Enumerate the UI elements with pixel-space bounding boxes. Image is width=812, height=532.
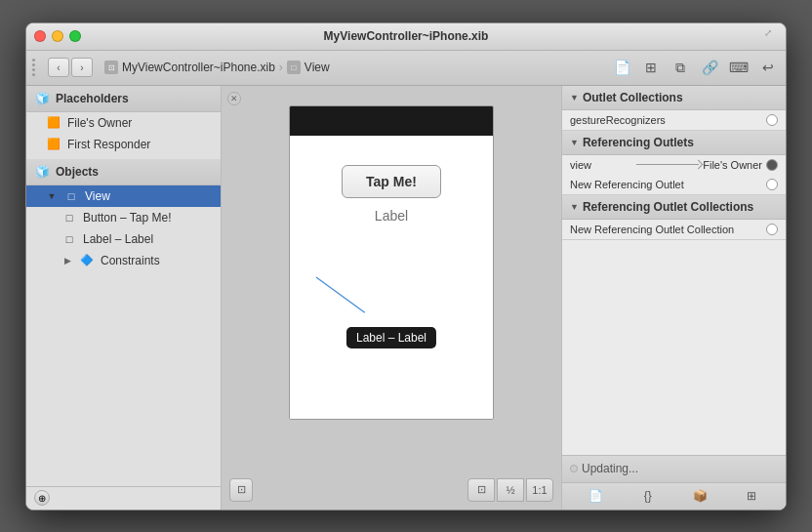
constraints-item[interactable]: ▶ 🔷 Constraints (26, 250, 221, 271)
breadcrumb: ⊡ MyViewController~iPhone.xib › □ View (104, 61, 330, 74)
traffic-lights (34, 30, 81, 42)
breadcrumb-view-icon: □ (287, 61, 301, 74)
main-window: MyViewController~iPhone.xib ⤢ ‹ › ⊡ MyVi… (25, 22, 787, 511)
referencing-outlet-collections-toggle: ▼ (570, 202, 579, 212)
close-button[interactable] (34, 30, 46, 42)
first-responder-label: First Responder (67, 138, 150, 151)
maximize-button[interactable] (69, 30, 81, 42)
objects-icon: 🧊 (34, 164, 50, 180)
referencing-outlets-section: ▼ Referencing Outlets view File's Owner … (562, 131, 786, 195)
toolbar-icon-grid[interactable]: ⊞ (639, 56, 663, 79)
view-icon: □ (63, 188, 79, 204)
toolbar-icon-doc[interactable]: 📄 (610, 56, 633, 79)
breadcrumb-view[interactable]: View (304, 61, 330, 74)
referencing-outlets-label: Referencing Outlets (583, 136, 694, 149)
files-owner-item[interactable]: 🟧 File's Owner (26, 112, 221, 134)
toolbar-icon-link[interactable]: 🔗 (698, 56, 721, 79)
tap-me-button[interactable]: Tap Me! (342, 165, 441, 198)
new-referencing-outlet-label: New Referencing Outlet (570, 179, 762, 190)
label-item-label: Label – Label (83, 232, 153, 246)
toolbar-icon-keyboard[interactable]: ⌨ (727, 56, 751, 79)
button-label: Button – Tap Me! (83, 211, 172, 225)
constraints-label: Constraints (101, 254, 160, 267)
view-item[interactable]: ▼ □ View (26, 185, 221, 207)
referencing-outlets-toggle: ▼ (570, 138, 579, 147)
breadcrumb-separator: › (279, 61, 283, 74)
first-responder-item[interactable]: 🟧 First Responder (26, 134, 221, 155)
label-icon: □ (61, 231, 77, 247)
right-tab-doc[interactable]: 📄 (585, 485, 608, 507)
objects-header: 🧊 Objects (26, 159, 221, 185)
new-referencing-outlet-collection-circle[interactable] (766, 224, 778, 235)
view-outlet-circle[interactable] (766, 159, 778, 171)
nav-forward-button[interactable]: › (71, 58, 93, 77)
left-panel-bottom: ⊕ (26, 486, 221, 510)
outlet-collections-label: Outlet Collections (583, 91, 683, 104)
files-owner-outlet-label: File's Owner (703, 159, 762, 171)
nav-buttons: ‹ › (48, 58, 93, 77)
referencing-outlet-collections-label: Referencing Outlet Collections (583, 200, 753, 214)
left-panel: 🧊 Placeholders 🟧 File's Owner 🟧 First Re… (26, 86, 222, 510)
outlet-collections-section: ▼ Outlet Collections gestureRecognizers (562, 86, 786, 131)
new-referencing-outlet-circle[interactable] (766, 179, 778, 190)
iphone-frame: Tap Me! Label (289, 105, 494, 420)
referencing-outlets-header[interactable]: ▼ Referencing Outlets (562, 131, 786, 155)
left-panel-add-btn[interactable]: ⊕ (34, 490, 50, 506)
main-content: 🧊 Placeholders 🟧 File's Owner 🟧 First Re… (26, 86, 786, 510)
outlet-collections-toggle: ▼ (570, 93, 579, 102)
toolbar-icon-layers[interactable]: ⧉ (669, 56, 692, 79)
constraints-expand-icon[interactable]: ▶ (61, 255, 73, 266)
outlet-collections-header[interactable]: ▼ Outlet Collections (562, 86, 786, 110)
objects-label: Objects (56, 165, 99, 179)
iphone-content: Tap Me! Label (290, 136, 493, 419)
breadcrumb-file[interactable]: MyViewController~iPhone.xib (122, 61, 275, 74)
canvas-zoom-half-btn[interactable]: ½ (497, 478, 524, 502)
new-referencing-outlet-collection-row: New Referencing Outlet Collection (562, 220, 786, 239)
toolbar-grip (32, 58, 40, 77)
canvas-close-btn[interactable]: ✕ (227, 92, 241, 105)
titlebar: MyViewController~iPhone.xib ⤢ (26, 23, 786, 51)
referencing-outlet-collections-section: ▼ Referencing Outlet Collections New Ref… (562, 195, 786, 240)
gesture-recognizers-circle[interactable] (766, 114, 778, 126)
placeholders-icon: 🧊 (34, 91, 50, 106)
files-owner-icon: 🟧 (46, 115, 61, 131)
outlet-connection-line (636, 164, 699, 165)
label-tooltip: Label – Label (346, 327, 436, 348)
resize-icon[interactable]: ⤢ (764, 27, 780, 43)
toolbar-icon-share[interactable]: ↩ (756, 56, 780, 79)
canvas-zoom-full-btn[interactable]: 1:1 (526, 478, 553, 502)
view-outlet-connected: view File's Owner (570, 159, 762, 171)
nav-back-button[interactable]: ‹ (48, 58, 69, 77)
label-element[interactable]: Label (375, 208, 408, 224)
files-owner-label: File's Owner (67, 116, 132, 130)
toolbar: ‹ › ⊡ MyViewController~iPhone.xib › □ Vi… (26, 51, 786, 86)
canvas-zoom-controls: ⊡ ½ 1:1 (467, 478, 553, 502)
new-referencing-outlet-row: New Referencing Outlet (562, 175, 786, 194)
canvas-panel: ✕ Tap Me! Label Label – Label ⊡ (222, 86, 561, 510)
placeholders-label: Placeholders (56, 92, 129, 105)
right-tab-grid[interactable]: ⊞ (740, 485, 763, 507)
iphone-statusbar (290, 106, 493, 136)
toolbar-right: 📄 ⊞ ⧉ 🔗 ⌨ ↩ (610, 56, 780, 79)
button-item[interactable]: □ Button – Tap Me! (26, 207, 221, 228)
placeholders-header: 🧊 Placeholders (26, 86, 221, 112)
canvas-fit-btn[interactable]: ⊡ (229, 478, 253, 502)
canvas-zoom-fit-btn[interactable]: ⊡ (467, 478, 495, 502)
gesture-recognizers-row: gestureRecognizers (562, 110, 786, 130)
right-panel-tabs: 📄 {} 📦 ⊞ (562, 482, 786, 510)
view-expand-icon[interactable]: ▼ (46, 190, 58, 202)
right-tab-code[interactable]: {} (636, 485, 660, 507)
view-outlet-name: view (570, 159, 632, 171)
first-responder-icon: 🟧 (46, 137, 61, 152)
breadcrumb-file-icon: ⊡ (104, 61, 118, 74)
gesture-recognizers-label: gestureRecognizers (570, 114, 762, 126)
right-tab-package[interactable]: 📦 (688, 485, 711, 507)
view-label: View (85, 189, 110, 203)
button-icon: □ (61, 210, 77, 225)
label-item[interactable]: □ Label – Label (26, 228, 221, 250)
constraints-icon: 🔷 (79, 253, 95, 268)
canvas-bottom-toolbar: ⊡ ⊡ ½ 1:1 (222, 478, 561, 502)
referencing-outlet-collections-header[interactable]: ▼ Referencing Outlet Collections (562, 195, 786, 220)
minimize-button[interactable] (52, 30, 63, 42)
updating-status: Updating... (562, 455, 786, 482)
